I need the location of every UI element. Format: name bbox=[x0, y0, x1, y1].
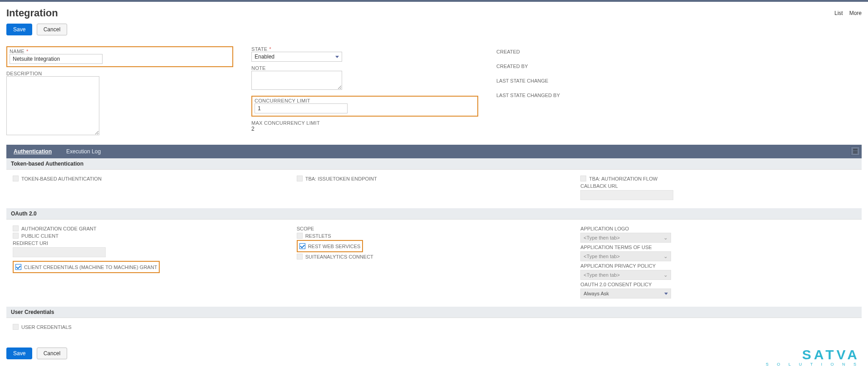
callback-url-label: CALLBACK URL bbox=[580, 183, 855, 189]
meta-last-state-changed-by: LAST STATE CHANGED BY bbox=[496, 90, 862, 101]
tab-execution-log[interactable]: Execution Log bbox=[59, 145, 108, 158]
suiteanalytics-checkbox[interactable] bbox=[297, 254, 303, 259]
expand-icon: ⌄ bbox=[663, 235, 668, 241]
tab-bar: Authentication Execution Log bbox=[6, 145, 862, 158]
expand-icon: ⌄ bbox=[663, 272, 668, 278]
consent-value: Always Ask bbox=[584, 291, 609, 296]
consent-select[interactable]: Always Ask bbox=[580, 289, 671, 299]
app-logo-field[interactable]: <Type then tab>⌄ bbox=[580, 233, 671, 243]
client-creds-label: CLIENT CREDENTIALS (MACHINE TO MACHINE) … bbox=[24, 264, 157, 270]
app-privacy-label: APPLICATION PRIVACY POLICY bbox=[580, 263, 855, 269]
meta-last-state-change: LAST STATE CHANGE bbox=[496, 75, 862, 86]
client-creds-highlight: CLIENT CREDENTIALS (MACHINE TO MACHINE) … bbox=[13, 261, 160, 273]
chevron-down-icon bbox=[335, 56, 339, 58]
brand-logo: SATVA S O L U T I O N S bbox=[766, 348, 860, 367]
section-token-auth: Token-based Authentication bbox=[6, 158, 862, 170]
concurrency-highlight: CONCURRENCY LIMIT bbox=[251, 96, 478, 117]
auth-code-label: AUTHORIZATION CODE GRANT bbox=[21, 226, 96, 231]
suiteanalytics-label: SUITEANALYTICS CONNECT bbox=[305, 254, 373, 259]
save-button-top[interactable]: Save bbox=[6, 24, 32, 35]
cancel-button-top[interactable]: Cancel bbox=[37, 24, 67, 35]
meta-created: CREATED bbox=[496, 46, 862, 57]
issuetoken-label: TBA: ISSUETOKEN ENDPOINT bbox=[305, 176, 377, 181]
name-label: NAME* bbox=[10, 49, 230, 54]
save-button-bottom[interactable]: Save bbox=[6, 348, 32, 359]
max-concurrency-label: MAX CONCURRENCY LIMIT bbox=[251, 120, 478, 126]
brand-main: SATVA bbox=[766, 348, 860, 362]
public-client-checkbox[interactable] bbox=[13, 233, 19, 239]
header-link-more[interactable]: More bbox=[849, 10, 862, 16]
client-creds-checkbox[interactable] bbox=[15, 264, 21, 270]
app-logo-label: APPLICATION LOGO bbox=[580, 226, 855, 231]
description-label: DESCRIPTION bbox=[6, 71, 233, 76]
authflow-checkbox[interactable] bbox=[580, 176, 586, 181]
state-select[interactable]: Enabled bbox=[251, 52, 342, 62]
restlets-label: RESTLETS bbox=[305, 233, 331, 239]
tab-authentication[interactable]: Authentication bbox=[6, 145, 59, 158]
scope-label: SCOPE bbox=[297, 226, 572, 231]
app-terms-label: APPLICATION TERMS OF USE bbox=[580, 245, 855, 250]
rest-ws-checkbox[interactable] bbox=[299, 243, 305, 249]
authflow-label: TBA: AUTHORIZATION FLOW bbox=[589, 176, 657, 181]
callback-url-input[interactable] bbox=[580, 190, 673, 200]
chevron-down-icon bbox=[664, 293, 668, 295]
cancel-button-bottom[interactable]: Cancel bbox=[37, 348, 67, 359]
state-value: Enabled bbox=[255, 54, 275, 60]
note-textarea[interactable] bbox=[251, 71, 342, 90]
note-label: NOTE bbox=[251, 65, 478, 71]
name-input[interactable] bbox=[10, 54, 103, 64]
app-terms-field[interactable]: <Type then tab>⌄ bbox=[580, 251, 671, 261]
brand-sub: S O L U T I O N S bbox=[766, 362, 860, 367]
expand-panel-icon[interactable] bbox=[851, 147, 860, 156]
expand-icon: ⌄ bbox=[663, 253, 668, 259]
state-label: STATE* bbox=[251, 46, 478, 52]
consent-label: OAUTH 2.0 CONSENT POLICY bbox=[580, 282, 855, 287]
public-client-label: PUBLIC CLIENT bbox=[21, 233, 59, 239]
header-link-list[interactable]: List bbox=[834, 10, 843, 16]
rest-ws-label: REST WEB SERVICES bbox=[308, 244, 361, 249]
redirect-uri-label: REDIRECT URI bbox=[13, 240, 288, 246]
user-creds-checkbox[interactable] bbox=[13, 324, 19, 330]
page-title: Integration bbox=[6, 7, 70, 19]
tba-label: TOKEN-BASED AUTHENTICATION bbox=[21, 176, 102, 181]
name-highlight: NAME* bbox=[6, 46, 233, 67]
rest-ws-highlight: REST WEB SERVICES bbox=[297, 240, 363, 252]
restlets-checkbox[interactable] bbox=[297, 233, 303, 239]
description-textarea[interactable] bbox=[6, 76, 99, 135]
meta-created-by: CREATED BY bbox=[496, 61, 862, 72]
max-concurrency-value: 2 bbox=[251, 126, 478, 132]
section-user-creds: User Credentials bbox=[6, 307, 862, 318]
redirect-uri-input[interactable] bbox=[13, 247, 106, 257]
user-creds-label: USER CREDENTIALS bbox=[21, 324, 72, 330]
issuetoken-checkbox[interactable] bbox=[297, 176, 303, 181]
auth-code-checkbox[interactable] bbox=[13, 225, 19, 231]
concurrency-input[interactable] bbox=[255, 103, 348, 113]
section-oauth: OAuth 2.0 bbox=[6, 208, 862, 220]
app-privacy-field[interactable]: <Type then tab>⌄ bbox=[580, 270, 671, 280]
concurrency-label: CONCURRENCY LIMIT bbox=[255, 98, 475, 103]
tba-checkbox[interactable] bbox=[13, 176, 19, 181]
